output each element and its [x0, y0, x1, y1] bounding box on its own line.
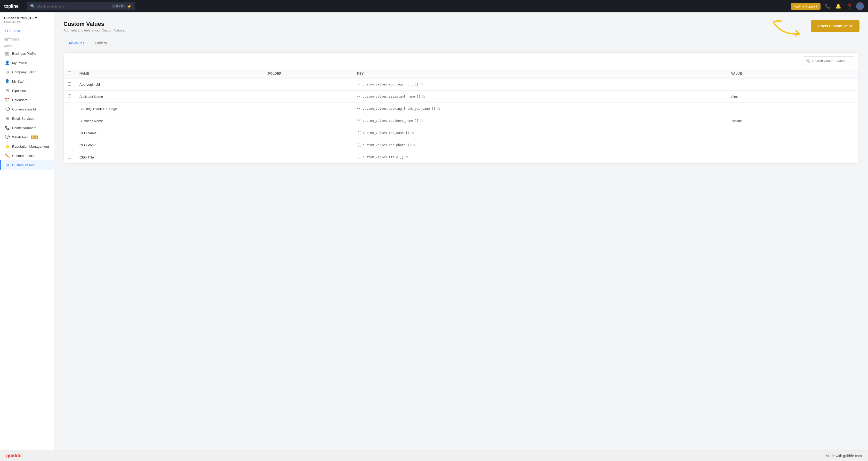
page-subtitle: Add, edit and delete your Custom Values.	[63, 28, 125, 32]
search-input[interactable]	[37, 4, 110, 8]
sidebar-item-my-staff[interactable]: 👤 My Staff	[0, 76, 54, 86]
page-title: Custom Values	[63, 21, 125, 27]
tab-folders[interactable]: Folders	[90, 38, 112, 48]
copy-icon-2[interactable]: ⧉	[437, 106, 440, 111]
sidebar-item-label: My Staff	[12, 80, 24, 83]
tab-bar: All Values Folders	[63, 38, 859, 48]
copy-icon-1[interactable]: ⧉	[423, 94, 425, 99]
account-location: Scranton, PA	[4, 21, 50, 24]
sidebar-item-custom-fields[interactable]: ✏️ Custom Fields	[0, 151, 54, 160]
main-content: Custom Values Add, edit and delete your …	[54, 12, 868, 450]
sidebar-item-my-profile[interactable]: 👤 My Profile	[0, 58, 54, 67]
more-options-0[interactable]: ⋮	[850, 82, 854, 87]
custom-values-table: Name Folder Key Value App Login Url {{ c…	[64, 69, 859, 163]
copy-icon-6[interactable]: ⧉	[406, 155, 408, 159]
account-name[interactable]: Dunder Mifflin [D... ▾	[4, 16, 50, 20]
search-shortcut: Ctrl + K	[112, 4, 125, 8]
bell-icon[interactable]: 🔔	[834, 2, 842, 10]
sidebar-item-phone-numbers[interactable]: 📞 Phone Numbers	[0, 123, 54, 132]
select-all-checkbox[interactable]	[68, 71, 71, 75]
sidebar-item-label: Business Profile	[12, 52, 36, 56]
sidebar-item-company-billing[interactable]: ⊞ Company Billing	[0, 67, 54, 76]
row-name-1: Assistant Name	[75, 91, 264, 103]
row-checkbox-4[interactable]	[68, 131, 71, 134]
copy-icon-5[interactable]: ⧉	[413, 143, 415, 147]
person-icon: 👤	[5, 60, 9, 65]
more-options-6[interactable]: ⋮	[850, 155, 854, 160]
phone-numbers-icon: 📞	[5, 125, 9, 130]
sidebar-item-whatsapp[interactable]: 💬 WhatsApp beta	[0, 132, 54, 142]
row-key-0: {{ custom_values.app_login_url }} ⧉	[357, 82, 723, 87]
more-options-3[interactable]: ⋮	[850, 118, 854, 123]
phone-icon[interactable]: 📞	[824, 2, 831, 10]
search-wrapper[interactable]: 🔍	[803, 56, 854, 65]
building-icon: 🏢	[5, 51, 9, 56]
new-custom-value-button[interactable]: + New Custom Value	[811, 21, 859, 31]
more-options-1[interactable]: ⋮	[850, 94, 854, 99]
account-selector[interactable]: Dunder Mifflin [D... ▾ Scranton, PA	[0, 12, 54, 26]
row-checkbox-2[interactable]	[68, 106, 71, 110]
row-key-4: {{ custom_values.ceo_name }} ⧉	[357, 131, 723, 135]
row-folder-0	[264, 79, 353, 91]
custom-values-table-card: 🔍 Name Folder Key Value	[63, 52, 859, 164]
row-checkbox-0[interactable]	[68, 82, 71, 86]
go-back-link[interactable]: < Go Back	[0, 26, 54, 35]
lightning-icon: ⚡	[127, 4, 132, 9]
row-checkbox-3[interactable]	[68, 119, 71, 122]
email-icon: ⊞	[5, 116, 9, 121]
col-header-folder: Folder	[264, 69, 353, 79]
row-value-6	[727, 151, 806, 163]
star-icon: ⭐	[5, 144, 9, 149]
sidebar-item-label: Phone Numbers	[12, 126, 36, 130]
row-checkbox-6[interactable]	[68, 155, 71, 158]
copy-icon-4[interactable]: ⧉	[411, 131, 414, 135]
sidebar-item-pipelines[interactable]: ⊞ Pipelines	[0, 86, 54, 95]
sidebar-item-conversation-ai[interactable]: 💬 Conversation AI	[0, 104, 54, 114]
row-key-6: {{ custom_values.title }} ⧉	[357, 155, 723, 159]
more-options-4[interactable]: ⋮	[850, 130, 854, 135]
col-header-actions	[805, 69, 859, 79]
table-row: CEO Title {{ custom_values.title }} ⧉ ⋮	[64, 151, 859, 163]
more-options-5[interactable]: ⋮	[850, 143, 854, 148]
table-row: Assistant Name {{ custom_values.assistan…	[64, 91, 859, 103]
calendar-icon: 📅	[5, 98, 9, 102]
row-checkbox-5[interactable]	[68, 143, 71, 146]
sidebar-item-custom-values[interactable]: ⊞ Custom Values	[0, 160, 54, 170]
table-row: Booking Thank You Page {{ custom_values.…	[64, 103, 859, 115]
table-toolbar: 🔍	[64, 53, 859, 69]
user-avatar[interactable]: 👤	[856, 2, 864, 10]
row-value-4	[727, 127, 806, 139]
row-folder-1	[264, 91, 353, 103]
settings-label: Settings	[0, 35, 54, 42]
sidebar-item-label: Calendars	[12, 98, 27, 102]
tab-all-values[interactable]: All Values	[63, 38, 90, 48]
support-button[interactable]: topline Support	[791, 3, 820, 10]
row-name-3: Business Name	[75, 115, 264, 127]
sidebar-item-calendars[interactable]: 📅 Calendars	[0, 95, 54, 104]
row-name-2: Booking Thank You Page	[75, 103, 264, 115]
copy-icon-3[interactable]: ⧉	[421, 119, 423, 123]
whatsapp-icon: 💬	[5, 135, 9, 140]
sidebar-item-reputation-management[interactable]: ⭐ Reputation Management	[0, 142, 54, 151]
more-options-2[interactable]: ⋮	[850, 106, 854, 111]
col-header-value: Value	[727, 69, 806, 79]
sidebar-item-business-profile[interactable]: 🏢 Business Profile	[0, 49, 54, 58]
sidebar-item-email-services[interactable]: ⊞ Email Services	[0, 114, 54, 123]
row-value-3: Topline	[727, 115, 806, 127]
sidebar: Dunder Mifflin [D... ▾ Scranton, PA < Go…	[0, 12, 54, 450]
grid-icon: ⊞	[5, 70, 9, 74]
sidebar-item-label: Custom Values	[12, 163, 35, 167]
row-value-5	[727, 139, 806, 151]
search-custom-values-input[interactable]	[812, 59, 856, 63]
row-checkbox-1[interactable]	[68, 94, 71, 98]
row-name-5: CEO Photo	[75, 139, 264, 151]
copy-icon-0[interactable]: ⧉	[421, 82, 423, 87]
table-row: App Login Url {{ custom_values.app_login…	[64, 79, 859, 91]
help-icon[interactable]: ❓	[845, 2, 853, 10]
content-header: Custom Values Add, edit and delete your …	[63, 21, 859, 32]
row-key-3: {{ custom_values.business_name }} ⧉	[357, 119, 723, 123]
table-row: Business Name {{ custom_values.business_…	[64, 115, 859, 127]
global-search[interactable]: 🔍 Ctrl + K ⚡	[27, 2, 135, 10]
footer-text: Made with guidde.com	[826, 454, 862, 458]
footer: guidde. Made with guidde.com	[0, 450, 868, 461]
